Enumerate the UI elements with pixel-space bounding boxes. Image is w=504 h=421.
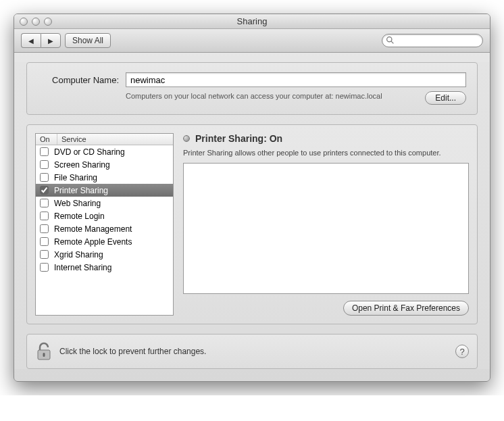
services-list: DVD or CD SharingScreen SharingFile Shar… <box>36 145 173 315</box>
search-icon <box>386 36 395 45</box>
col-on[interactable]: On <box>36 134 57 145</box>
back-button[interactable]: ◀ <box>21 33 41 48</box>
close-window-button[interactable] <box>20 18 28 26</box>
service-row[interactable]: File Sharing <box>36 171 173 184</box>
search-input[interactable] <box>382 34 483 47</box>
show-all-button[interactable]: Show All <box>65 33 111 48</box>
computer-name-input[interactable] <box>126 72 466 87</box>
service-label: Remote Apple Events <box>54 237 132 247</box>
svg-point-0 <box>387 37 392 42</box>
service-checkbox[interactable] <box>40 147 49 156</box>
service-detail-title: Printer Sharing: On <box>195 133 282 144</box>
service-row[interactable]: Remote Login <box>36 209 173 222</box>
nav-segmented: ◀ ▶ <box>21 33 61 48</box>
service-label: File Sharing <box>54 173 97 182</box>
service-checkbox[interactable] <box>40 186 49 195</box>
service-label: Xgrid Sharing <box>54 250 103 259</box>
computer-name-label: Computer Name: <box>38 75 119 85</box>
titlebar: Sharing <box>14 14 490 29</box>
service-row[interactable]: Remote Management <box>36 222 173 235</box>
computer-name-panel: Computer Name: Computers on your local n… <box>26 62 478 115</box>
service-row[interactable]: Internet Sharing <box>36 261 173 274</box>
sharing-main-panel: On Service DVD or CD SharingScreen Shari… <box>26 124 478 324</box>
zoom-window-button[interactable] <box>44 18 52 26</box>
content: Computer Name: Computers on your local n… <box>14 62 490 369</box>
service-label: DVD or CD Sharing <box>54 147 125 157</box>
service-row[interactable]: Printer Sharing <box>36 184 173 197</box>
service-label: Internet Sharing <box>54 263 111 272</box>
service-detail-desc: Printer Sharing allows other people to u… <box>183 148 469 157</box>
service-checkbox[interactable] <box>40 199 49 207</box>
printer-list[interactable] <box>183 163 469 294</box>
col-service[interactable]: Service <box>57 134 173 145</box>
search-field-wrap <box>382 34 483 47</box>
svg-line-1 <box>391 41 393 43</box>
service-detail: Printer Sharing: On Printer Sharing allo… <box>183 133 469 316</box>
service-checkbox[interactable] <box>40 160 49 169</box>
service-label: Screen Sharing <box>54 160 110 170</box>
service-row[interactable]: Screen Sharing <box>36 158 173 171</box>
open-print-fax-button[interactable]: Open Print & Fax Preferences <box>343 301 469 316</box>
services-table: On Service DVD or CD SharingScreen Shari… <box>35 133 174 316</box>
service-checkbox[interactable] <box>40 237 49 246</box>
lock-icon[interactable] <box>35 341 53 362</box>
status-indicator-icon <box>183 135 190 142</box>
help-button[interactable]: ? <box>455 345 469 358</box>
service-checkbox[interactable] <box>40 212 49 220</box>
service-label: Remote Management <box>54 224 132 234</box>
service-label: Web Sharing <box>54 199 101 208</box>
footer-panel: Click the lock to prevent further change… <box>26 334 478 369</box>
computer-name-hint: Computers on your local network can acce… <box>126 91 425 105</box>
window-controls <box>14 18 52 26</box>
minimize-window-button[interactable] <box>32 18 40 26</box>
svg-rect-3 <box>43 353 45 357</box>
toolbar: ◀ ▶ Show All <box>14 29 490 53</box>
service-row[interactable]: Web Sharing <box>36 197 173 209</box>
service-checkbox[interactable] <box>40 173 49 182</box>
service-checkbox[interactable] <box>40 263 49 272</box>
service-label: Printer Sharing <box>54 186 108 195</box>
service-row[interactable]: Remote Apple Events <box>36 235 173 248</box>
service-checkbox[interactable] <box>40 250 49 259</box>
preferences-window: Sharing ◀ ▶ Show All Computer Name: Comp… <box>14 14 490 382</box>
lock-text: Click the lock to prevent further change… <box>59 347 206 356</box>
chevron-left-icon: ◀ <box>28 37 34 45</box>
service-row[interactable]: Xgrid Sharing <box>36 248 173 261</box>
window-title: Sharing <box>14 16 490 26</box>
service-row[interactable]: DVD or CD Sharing <box>36 145 173 158</box>
edit-name-button[interactable]: Edit... <box>425 91 466 105</box>
forward-button[interactable]: ▶ <box>41 33 61 48</box>
chevron-right-icon: ▶ <box>48 37 53 45</box>
service-label: Remote Login <box>54 212 105 221</box>
service-checkbox[interactable] <box>40 224 49 233</box>
services-header: On Service <box>36 134 173 145</box>
